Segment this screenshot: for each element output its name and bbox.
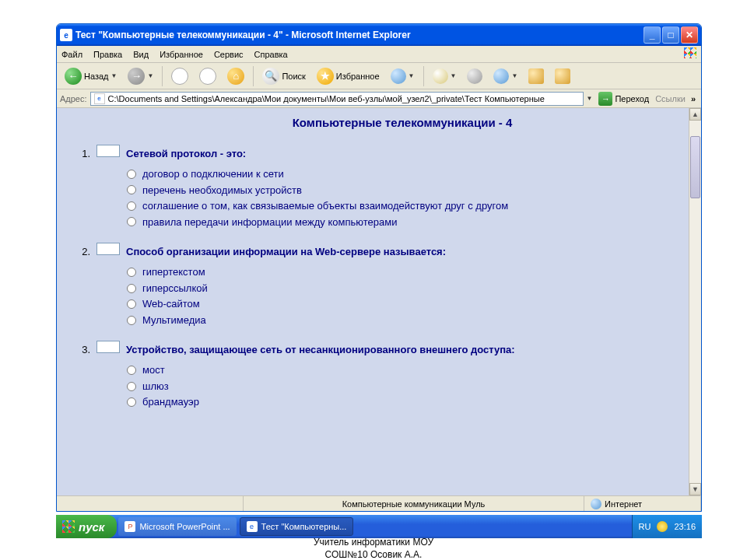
windows-flag-icon (62, 520, 75, 533)
ie-window: e Тест "Компьютерные телекоммуникации - … (56, 23, 702, 512)
radio-icon[interactable] (127, 284, 136, 293)
star-icon: ★ (317, 68, 334, 85)
q1-answer-input[interactable] (96, 145, 120, 157)
mail-button[interactable]: ▼ (428, 67, 461, 86)
minimize-button[interactable]: _ (644, 26, 661, 44)
home-button[interactable]: ⌂ (223, 66, 249, 86)
titlebar[interactable]: e Тест "Компьютерные телекоммуникации - … (57, 24, 701, 46)
menu-view[interactable]: Вид (133, 50, 149, 59)
refresh-icon: ↻ (199, 68, 216, 85)
powerpoint-icon: P (124, 521, 135, 532)
back-button[interactable]: ← Назад ▼ (60, 66, 121, 86)
question-3: 3. Устройство, защищающее сеть от несанк… (119, 341, 686, 409)
statusbar: Компьютерные коммуникации Муль Интернет (57, 495, 701, 511)
page-favicon: e (94, 93, 105, 104)
menu-help[interactable]: Справка (254, 50, 288, 59)
page-content: Компьютерные телекоммуникации - 4 1. Сет… (57, 108, 701, 495)
radio-icon[interactable] (127, 268, 136, 277)
scroll-thumb[interactable] (690, 136, 700, 198)
q2-option-2[interactable]: гиперссылкой (127, 282, 686, 296)
taskbar-item-test[interactable]: e Тест "Компьютерны... (240, 517, 354, 536)
question-1: 1. Сетевой протокол - это: договор о под… (119, 145, 686, 229)
slide-caption: Учитель информатики МОУ СОШ№10 Осовик А.… (0, 537, 747, 560)
folder-icon (528, 68, 544, 84)
discuss-button[interactable] (524, 67, 549, 86)
forward-button[interactable]: → ▼ (123, 66, 158, 86)
scroll-up-button[interactable]: ▲ (689, 108, 701, 121)
language-indicator[interactable]: RU (639, 522, 651, 531)
clock[interactable]: 23:16 (674, 522, 696, 531)
stop-button[interactable]: ✕ (167, 66, 193, 86)
search-button[interactable]: 🔍 Поиск (258, 66, 310, 86)
q3-option-3[interactable]: брандмауэр (127, 395, 686, 409)
scroll-down-button[interactable]: ▼ (689, 483, 701, 495)
q1-option-1[interactable]: договор о подключении к сети (127, 167, 686, 181)
start-button[interactable]: пуск (56, 515, 117, 538)
q2-option-4[interactable]: Мультимедиа (127, 313, 686, 327)
question-2: 2. Способ организации информации на Web-… (119, 243, 686, 327)
windows-flag-icon (684, 47, 698, 60)
chevron-down-icon[interactable]: ▼ (587, 95, 593, 102)
q1-text: Сетевой протокол - это: (126, 148, 246, 159)
system-tray[interactable]: RU 23:16 (632, 515, 702, 538)
q1-option-4[interactable]: правила передачи информации между компью… (127, 215, 686, 229)
radio-icon[interactable] (127, 201, 136, 211)
radio-icon[interactable] (127, 397, 136, 407)
menu-favorites[interactable]: Избранное (160, 50, 203, 59)
radio-icon[interactable] (127, 185, 136, 194)
scroll-track[interactable] (689, 121, 701, 483)
q2-option-3[interactable]: Web-сайтом (127, 297, 686, 311)
go-icon: → (598, 92, 612, 106)
radio-icon[interactable] (127, 217, 136, 226)
status-center: Компьютерные коммуникации Муль (244, 496, 584, 511)
vertical-scrollbar[interactable]: ▲ ▼ (689, 108, 701, 495)
favorites-label: Избранное (336, 72, 380, 81)
q3-option-2[interactable]: шлюз (127, 380, 686, 394)
q1-number: 1. (76, 148, 90, 159)
radio-icon[interactable] (127, 316, 136, 325)
stop-icon: ✕ (171, 68, 188, 85)
menu-tools[interactable]: Сервис (214, 50, 244, 59)
maximize-button[interactable]: □ (662, 26, 679, 44)
q2-answer-input[interactable] (96, 243, 120, 255)
links-expand[interactable]: » (689, 94, 698, 103)
media-icon (391, 68, 406, 84)
refresh-button[interactable]: ↻ (195, 66, 221, 86)
radio-icon[interactable] (127, 366, 136, 375)
print-button[interactable] (462, 67, 487, 86)
radio-icon[interactable] (127, 382, 136, 391)
menu-file[interactable]: Файл (61, 50, 82, 59)
taskbar-item-powerpoint[interactable]: P Microsoft PowerPoint ... (118, 517, 236, 536)
q2-option-1[interactable]: гипертекстом (127, 265, 686, 279)
address-label: Адрес: (60, 94, 87, 103)
tray-icon[interactable] (657, 521, 668, 532)
window-title: Тест "Компьютерные телекоммуникации - 4"… (75, 30, 644, 40)
status-zone: Интернет (605, 499, 642, 509)
research-button[interactable] (550, 67, 575, 86)
edit-button[interactable]: ▼ (489, 67, 522, 86)
globe-icon (591, 499, 601, 509)
back-icon: ← (65, 68, 82, 85)
menu-edit[interactable]: Правка (93, 50, 122, 59)
close-button[interactable]: ✕ (681, 26, 698, 44)
q3-answer-input[interactable] (96, 341, 120, 353)
search-label: Поиск (282, 72, 305, 81)
mail-icon (433, 68, 448, 84)
back-label: Назад (84, 72, 109, 81)
go-button[interactable]: → Переход (595, 92, 652, 106)
address-input[interactable]: e C:\Documents and Settings\Александра\М… (90, 92, 584, 106)
media-button[interactable]: ▼ (386, 67, 419, 86)
search-icon: 🔍 (262, 68, 279, 85)
links-label[interactable]: Ссылки (655, 94, 686, 103)
q1-option-2[interactable]: перечень необходимых устройств (127, 184, 686, 198)
q2-number: 2. (76, 246, 90, 257)
q3-number: 3. (76, 344, 90, 355)
radio-icon[interactable] (127, 299, 136, 309)
q1-option-3[interactable]: соглашение о том, как связываемые объект… (127, 199, 686, 213)
q2-text: Способ организации информации на Web-сер… (126, 246, 446, 257)
q3-option-1[interactable]: мост (127, 363, 686, 377)
radio-icon[interactable] (127, 170, 136, 179)
chevron-down-icon: ▼ (111, 72, 117, 79)
forward-icon: → (128, 68, 145, 85)
favorites-button[interactable]: ★ Избранное (312, 66, 384, 86)
